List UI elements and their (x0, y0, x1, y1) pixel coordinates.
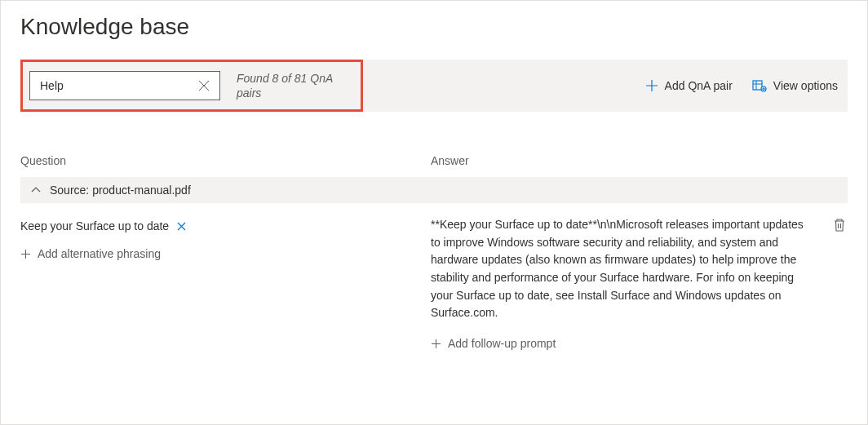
add-qna-pair-button[interactable]: Add QnA pair (636, 60, 742, 112)
view-options-button[interactable]: View options (742, 60, 848, 112)
add-followup-prompt-label: Add follow-up prompt (448, 337, 556, 350)
answer-column: **Keep your Surface up to date**\n\nMicr… (431, 216, 848, 353)
search-input[interactable] (40, 79, 195, 92)
page-title: Knowledge base (20, 14, 848, 40)
plus-icon (20, 249, 31, 259)
question-column: Keep your Surface up to date Add alterna… (20, 216, 431, 353)
view-options-label: View options (773, 79, 838, 92)
table-header: Question Answer (20, 154, 848, 177)
question-text: Keep your Surface up to date (20, 219, 169, 232)
plus-icon (431, 339, 441, 349)
trash-icon (833, 218, 846, 232)
column-header-answer: Answer (431, 154, 848, 167)
add-alternative-phrasing-label: Add alternative phrasing (38, 247, 161, 260)
qna-row: Keep your Surface up to date Add alterna… (20, 203, 848, 353)
source-row[interactable]: Source: product-manual.pdf (20, 177, 848, 203)
delete-qna-button[interactable] (831, 216, 848, 234)
add-alternative-phrasing-button[interactable]: Add alternative phrasing (20, 244, 161, 263)
search-results-count: Found 8 of 81 QnA pairs (237, 71, 351, 100)
remove-question-button[interactable] (177, 222, 186, 231)
clear-search-button[interactable] (195, 77, 213, 95)
add-followup-prompt-button[interactable]: Add follow-up prompt (431, 334, 556, 353)
view-options-icon (752, 79, 767, 92)
svg-rect-0 (753, 81, 762, 90)
answer-text[interactable]: **Keep your Surface up to date**\n\nMicr… (431, 216, 812, 322)
chevron-up-icon (30, 186, 42, 194)
column-header-question: Question (20, 154, 431, 167)
question-item[interactable]: Keep your Surface up to date (20, 216, 193, 236)
plus-icon (645, 79, 658, 92)
search-field-wrapper[interactable] (29, 71, 220, 100)
search-highlight-annotation: Found 8 of 81 QnA pairs (20, 60, 363, 112)
source-label: Source: product-manual.pdf (50, 184, 191, 197)
toolbar: Found 8 of 81 QnA pairs Add QnA pair Vie… (20, 60, 848, 112)
close-icon (177, 222, 186, 231)
close-icon (198, 80, 210, 91)
add-qna-pair-label: Add QnA pair (665, 79, 733, 92)
